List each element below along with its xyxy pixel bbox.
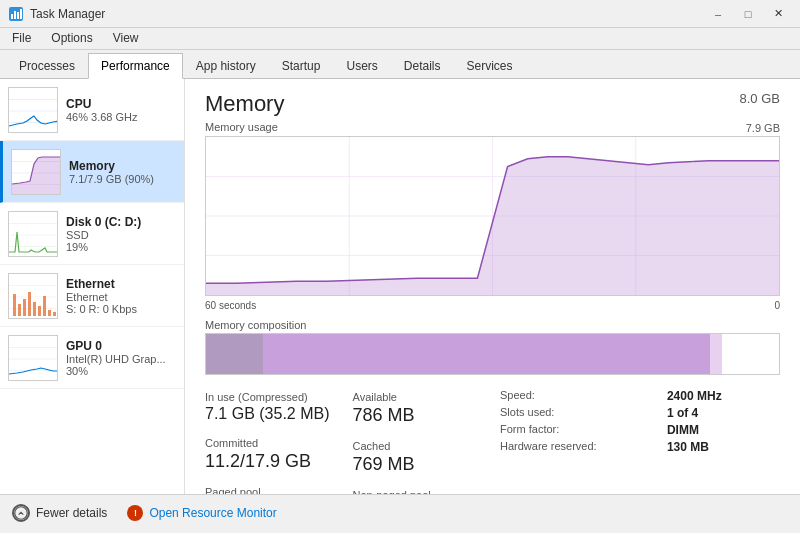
svg-rect-25 bbox=[28, 292, 31, 316]
disk-info: Disk 0 (C: D:) SSD 19% bbox=[66, 215, 176, 253]
stat-cached-value: 769 MB bbox=[353, 454, 501, 475]
disk-title: Disk 0 (C: D:) bbox=[66, 215, 176, 229]
ethernet-info: Ethernet Ethernet S: 0 R: 0 Kbps bbox=[66, 277, 176, 315]
fewer-details-button[interactable]: Fewer details bbox=[12, 504, 107, 522]
memory-sub: 7.1/7.9 GB (90%) bbox=[69, 173, 176, 185]
menu-bar: File Options View bbox=[0, 28, 800, 50]
fewer-details-label: Fewer details bbox=[36, 506, 107, 520]
sidebar-item-cpu[interactable]: CPU 46% 3.68 GHz bbox=[0, 79, 184, 141]
tab-app-history[interactable]: App history bbox=[183, 53, 269, 78]
ethernet-title: Ethernet bbox=[66, 277, 176, 291]
sidebar-item-ethernet[interactable]: Ethernet Ethernet S: 0 R: 0 Kbps bbox=[0, 265, 184, 327]
comp-in-use bbox=[206, 334, 263, 374]
memory-info: Memory 7.1/7.9 GB (90%) bbox=[69, 159, 176, 185]
close-button[interactable]: ✕ bbox=[764, 4, 792, 24]
cpu-title: CPU bbox=[66, 97, 176, 111]
sidebar-item-disk[interactable]: Disk 0 (C: D:) SSD 19% bbox=[0, 203, 184, 265]
left-stats: In use (Compressed) 7.1 GB (35.2 MB) Com… bbox=[205, 387, 353, 494]
gpu-thumbnail bbox=[8, 335, 58, 381]
svg-rect-28 bbox=[43, 296, 46, 316]
gpu-sub1: Intel(R) UHD Grap... bbox=[66, 353, 176, 365]
menu-view[interactable]: View bbox=[105, 30, 147, 47]
tab-bar: Processes Performance App history Startu… bbox=[0, 50, 800, 79]
chart-max-label: 7.9 GB bbox=[746, 122, 780, 134]
menu-file[interactable]: File bbox=[4, 30, 39, 47]
stats-area: In use (Compressed) 7.1 GB (35.2 MB) Com… bbox=[205, 387, 780, 494]
minimize-button[interactable]: – bbox=[704, 4, 732, 24]
window-title: Task Manager bbox=[30, 7, 105, 21]
open-resource-monitor-button[interactable]: ! Open Resource Monitor bbox=[127, 505, 276, 521]
svg-rect-22 bbox=[13, 294, 16, 316]
svg-rect-27 bbox=[38, 306, 41, 316]
fewer-details-icon bbox=[12, 504, 30, 522]
svg-rect-24 bbox=[23, 299, 26, 316]
chart-usage-label: Memory usage bbox=[205, 121, 278, 133]
maximize-button[interactable]: □ bbox=[734, 4, 762, 24]
stat-in-use-label: In use (Compressed) bbox=[205, 391, 353, 403]
stat-in-use: In use (Compressed) 7.1 GB (35.2 MB) bbox=[205, 387, 353, 427]
gpu-info: GPU 0 Intel(R) UHD Grap... 30% bbox=[66, 339, 176, 377]
ethernet-sub2: S: 0 R: 0 Kbps bbox=[66, 303, 176, 315]
memory-chart bbox=[205, 136, 780, 296]
form-value: DIMM bbox=[667, 423, 780, 437]
tab-users[interactable]: Users bbox=[333, 53, 390, 78]
svg-rect-4 bbox=[20, 9, 22, 19]
title-bar: Task Manager – □ ✕ bbox=[0, 0, 800, 28]
cpu-info: CPU 46% 3.68 GHz bbox=[66, 97, 176, 123]
ethernet-thumbnail bbox=[8, 273, 58, 319]
bottom-bar: Fewer details ! Open Resource Monitor bbox=[0, 494, 800, 530]
svg-rect-30 bbox=[53, 312, 56, 316]
menu-options[interactable]: Options bbox=[43, 30, 100, 47]
chart-zero-label: 0 bbox=[774, 300, 780, 311]
stat-available: Available 786 MB bbox=[353, 387, 501, 430]
svg-rect-31 bbox=[9, 336, 58, 381]
hw-value: 130 MB bbox=[667, 440, 780, 454]
comp-modified bbox=[263, 334, 710, 374]
ethernet-sub1: Ethernet bbox=[66, 291, 176, 303]
chart-time-label: 60 seconds bbox=[205, 300, 256, 311]
speed-label: Speed: bbox=[500, 389, 655, 403]
stat-cached-label: Cached bbox=[353, 440, 501, 452]
chart-time-axis: 60 seconds 0 bbox=[205, 300, 780, 315]
svg-rect-3 bbox=[17, 12, 19, 19]
hw-label: Hardware reserved: bbox=[500, 440, 655, 454]
stat-paged-label: Paged pool bbox=[205, 486, 353, 494]
stat-available-value: 786 MB bbox=[353, 405, 501, 426]
cpu-sub: 46% 3.68 GHz bbox=[66, 111, 176, 123]
memory-thumbnail bbox=[11, 149, 61, 195]
right-stats-grid: Speed: 2400 MHz Slots used: 1 of 4 Form … bbox=[500, 389, 780, 494]
comp-standby bbox=[710, 334, 721, 374]
stat-non-paged: Non-paged pool 228 MB bbox=[353, 485, 501, 494]
stat-available-label: Available bbox=[353, 391, 501, 403]
open-resource-monitor-label: Open Resource Monitor bbox=[149, 506, 276, 520]
form-label: Form factor: bbox=[500, 423, 655, 437]
svg-rect-23 bbox=[18, 304, 21, 316]
slots-value: 1 of 4 bbox=[667, 406, 780, 420]
svg-rect-2 bbox=[14, 11, 16, 19]
sidebar: CPU 46% 3.68 GHz Memory 7.1/7.9 GB ( bbox=[0, 79, 185, 494]
content-title: Memory bbox=[205, 91, 284, 117]
stat-committed-label: Committed bbox=[205, 437, 353, 449]
tab-services[interactable]: Services bbox=[454, 53, 526, 78]
svg-rect-29 bbox=[48, 310, 51, 316]
stat-paged-pool: Paged pool 287 MB bbox=[205, 482, 353, 494]
tab-details[interactable]: Details bbox=[391, 53, 454, 78]
cpu-thumbnail bbox=[8, 87, 58, 133]
tab-processes[interactable]: Processes bbox=[6, 53, 88, 78]
composition-bar bbox=[205, 333, 780, 375]
disk-sub2: 19% bbox=[66, 241, 176, 253]
comp-free bbox=[722, 334, 779, 374]
svg-rect-5 bbox=[9, 88, 58, 133]
title-bar-left: Task Manager bbox=[8, 6, 105, 22]
tab-performance[interactable]: Performance bbox=[88, 53, 183, 79]
svg-rect-26 bbox=[33, 302, 36, 316]
stat-committed: Committed 11.2/17.9 GB bbox=[205, 433, 353, 476]
slots-label: Slots used: bbox=[500, 406, 655, 420]
gpu-sub2: 30% bbox=[66, 365, 176, 377]
sidebar-item-gpu[interactable]: GPU 0 Intel(R) UHD Grap... 30% bbox=[0, 327, 184, 389]
app-icon bbox=[8, 6, 24, 22]
sidebar-item-memory[interactable]: Memory 7.1/7.9 GB (90%) bbox=[0, 141, 184, 203]
stat-committed-value: 11.2/17.9 GB bbox=[205, 451, 353, 472]
stat-in-use-value: 7.1 GB (35.2 MB) bbox=[205, 405, 353, 423]
tab-startup[interactable]: Startup bbox=[269, 53, 334, 78]
